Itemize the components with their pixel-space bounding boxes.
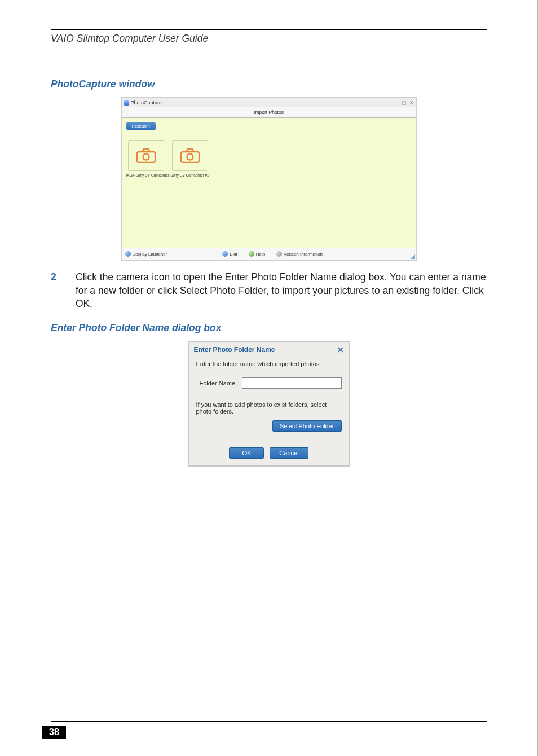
camera-2-label: Sony DV Camcorder #2 <box>170 173 210 177</box>
dialog-existing-text: If you want to add photos to exist folde… <box>196 401 342 415</box>
app-icon <box>124 100 129 106</box>
folder-name-label: Folder Name <box>200 380 236 386</box>
cancel-button[interactable]: Cancel <box>270 447 308 459</box>
import-photos-tab[interactable]: Import Photos <box>122 107 416 118</box>
launcher-icon <box>125 251 131 257</box>
running-head: VAIO Slimtop Computer User Guide <box>51 33 487 45</box>
close-icon[interactable]: ✕ <box>409 100 414 106</box>
page-number: 38 <box>42 726 66 739</box>
window-title: PhotoCapture <box>131 100 162 106</box>
camera-icon <box>180 148 200 163</box>
camera-1-label: IASA-Sony DV Camcorder <box>126 173 166 177</box>
select-photo-folder-button[interactable]: Select Photo Folder <box>272 420 342 432</box>
ok-button[interactable]: OK <box>229 447 264 459</box>
help-icon <box>249 251 254 257</box>
resize-grip-icon[interactable] <box>411 254 415 259</box>
minimize-icon[interactable]: — <box>394 100 399 106</box>
camera-device-1[interactable]: IASA-Sony DV Camcorder <box>126 140 166 177</box>
photocapture-window: PhotoCapture — ▢ ✕ Import Photos Researc… <box>121 97 417 261</box>
version-info-button[interactable]: Version Information <box>276 251 323 257</box>
svg-point-3 <box>187 154 193 160</box>
window-title-bar: PhotoCapture — ▢ ✕ <box>122 98 416 107</box>
step-number: 2 <box>51 271 76 311</box>
folder-name-input[interactable] <box>242 377 341 389</box>
camera-device-2[interactable]: Sony DV Camcorder #2 <box>170 140 210 177</box>
step-text: Click the camera icon to open the Enter … <box>76 271 487 311</box>
info-icon <box>276 251 282 257</box>
exit-button[interactable]: Exit <box>222 251 237 257</box>
heading-dialog: Enter Photo Folder Name dialog box <box>51 322 487 334</box>
camera-icon <box>136 148 156 163</box>
dialog-instruction: Enter the folder name which imported pho… <box>196 361 342 367</box>
help-button[interactable]: Help <box>249 251 265 257</box>
display-launcher-button[interactable]: Display Launcher <box>125 251 167 257</box>
research-button[interactable]: Research <box>126 122 156 130</box>
dialog-title: Enter Photo Folder Name <box>194 346 275 354</box>
maximize-icon[interactable]: ▢ <box>402 100 407 106</box>
exit-icon <box>222 251 228 257</box>
svg-point-1 <box>143 154 149 160</box>
heading-photocapture-window: PhotoCapture window <box>51 78 487 90</box>
enter-photo-folder-dialog: Enter Photo Folder Name ✕ Enter the fold… <box>188 341 350 467</box>
close-icon[interactable]: ✕ <box>337 345 344 354</box>
